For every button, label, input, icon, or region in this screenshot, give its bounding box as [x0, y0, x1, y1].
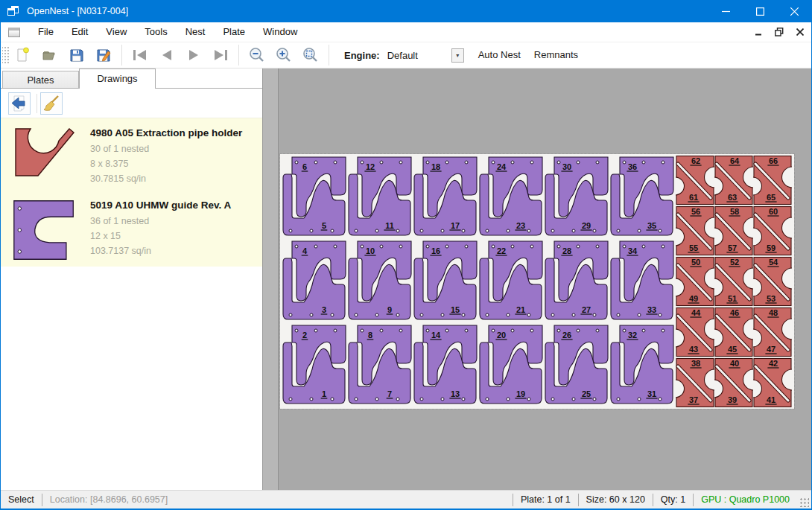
svg-text:62: 62 — [691, 156, 700, 165]
drawing-nested: 36 of 1 nested — [90, 214, 231, 229]
svg-text:64: 64 — [730, 156, 740, 165]
menu-plate[interactable]: Plate — [214, 22, 254, 42]
nested-part-pair[interactable]: 18 17 — [413, 155, 478, 239]
menu-window[interactable]: Window — [254, 22, 306, 42]
status-gpu: GPU : Quadro P1000 — [694, 494, 797, 505]
svg-text:55: 55 — [689, 243, 698, 252]
nested-part-pair[interactable]: 34 33 — [609, 239, 675, 323]
nested-part-pair[interactable]: 14 13 — [413, 323, 478, 407]
nested-part-pair[interactable]: 40 39 — [714, 357, 753, 408]
save-as-button[interactable] — [90, 44, 117, 66]
nested-part-pair[interactable]: 30 29 — [544, 155, 609, 239]
nested-part-pair[interactable]: 52 51 — [714, 256, 753, 307]
nested-part-pair[interactable]: 36 35 — [609, 155, 675, 239]
save-button[interactable] — [63, 44, 90, 66]
drawing-item-red[interactable]: 4980 A05 Extraction pipe holder 30 of 1 … — [1, 118, 262, 191]
mdi-close-icon — [796, 28, 804, 36]
nested-part-pair[interactable]: 62 61 — [676, 155, 714, 205]
nested-part-pair[interactable]: 8 7 — [347, 323, 413, 407]
drawing-size: 8 x 8.375 — [90, 156, 242, 171]
previous-plate-button[interactable] — [153, 44, 180, 66]
drawing-nested: 30 of 1 nested — [90, 141, 242, 156]
svg-text:8: 8 — [368, 331, 372, 340]
resize-grip[interactable] — [799, 497, 809, 507]
mdi-close-button[interactable] — [790, 25, 810, 39]
nested-part-pair[interactable]: 12 11 — [347, 155, 413, 239]
clear-drawings-button[interactable] — [40, 92, 63, 115]
menu-view[interactable]: View — [97, 22, 136, 42]
nested-part-pair[interactable]: 54 53 — [753, 256, 792, 307]
drawing-item-purple[interactable]: 5019 A10 UHMW guide Rev. A 36 of 1 neste… — [1, 191, 262, 267]
nested-part-pair[interactable]: 66 65 — [753, 155, 792, 205]
menu-file[interactable]: File — [29, 22, 63, 42]
menu-tools[interactable]: Tools — [136, 22, 176, 42]
svg-text:34: 34 — [628, 246, 638, 255]
nested-part-pair[interactable]: 46 45 — [714, 307, 753, 357]
nested-part-pair[interactable]: 2 1 — [282, 323, 347, 407]
zoom-extents-button[interactable] — [297, 44, 324, 66]
maximize-button[interactable] — [743, 0, 777, 22]
tab-plates[interactable]: Plates — [2, 71, 79, 89]
tab-drawings[interactable]: Drawings — [79, 68, 156, 89]
nested-part-pair[interactable]: 20 19 — [478, 323, 544, 407]
nested-part-pair[interactable]: 22 21 — [478, 239, 544, 323]
open-file-button[interactable] — [37, 44, 63, 66]
nested-part-pair[interactable]: 10 9 — [347, 239, 413, 323]
svg-text:9: 9 — [387, 305, 392, 314]
plate[interactable]: 6 5 12 11 18 17 — [280, 154, 794, 409]
nested-part-pair[interactable]: 26 25 — [544, 323, 609, 407]
nested-part-pair[interactable]: 4 3 — [282, 239, 347, 323]
last-plate-button[interactable] — [207, 44, 234, 66]
combo-arrow-icon[interactable]: ▾ — [451, 48, 464, 63]
nested-part-pair[interactable]: 24 23 — [478, 155, 544, 239]
zoom-in-button[interactable] — [270, 44, 297, 66]
toolbar-grip[interactable] — [2, 45, 10, 65]
svg-text:23: 23 — [516, 221, 525, 230]
svg-text:27: 27 — [582, 305, 591, 314]
svg-text:18: 18 — [431, 162, 440, 171]
nested-part-pair[interactable]: 48 47 — [753, 307, 792, 357]
nest-canvas[interactable]: 6 5 12 11 18 17 — [263, 68, 811, 490]
svg-text:48: 48 — [769, 308, 778, 317]
nested-part-pair[interactable]: 42 41 — [753, 357, 792, 408]
mdi-restore-button[interactable] — [770, 25, 789, 39]
menu-edit[interactable]: Edit — [63, 22, 97, 42]
nested-part-pair[interactable]: 50 49 — [676, 256, 714, 307]
mdi-minimize-button[interactable] — [749, 25, 768, 39]
zoom-out-button[interactable] — [244, 44, 270, 66]
engine-value[interactable]: Default — [386, 48, 451, 63]
remnants-button[interactable]: Remnants — [527, 45, 585, 66]
app-icon — [7, 6, 19, 16]
svg-text:28: 28 — [562, 246, 571, 255]
menu-nest[interactable]: Nest — [177, 22, 215, 42]
nested-part-pair[interactable]: 58 57 — [714, 205, 753, 256]
nested-part-pair[interactable]: 60 59 — [753, 205, 792, 256]
auto-nest-button[interactable]: Auto Nest — [472, 45, 527, 66]
nested-part-pair[interactable]: 16 15 — [413, 239, 478, 323]
new-file-button[interactable] — [10, 44, 37, 66]
status-location: Location: [84.8696, 60.6957] — [42, 494, 175, 505]
engine-combo[interactable]: Engine: Default ▾ — [344, 48, 464, 63]
nested-part-pair[interactable]: 56 55 — [676, 205, 714, 256]
clear-icon — [42, 94, 61, 113]
title-bar: OpenNest - [N0317-004] — [1, 0, 811, 22]
nested-part-pair[interactable]: 38 37 — [676, 357, 714, 408]
svg-text:44: 44 — [691, 308, 701, 317]
nested-part-pair[interactable]: 64 63 — [714, 155, 753, 205]
open-file-icon — [42, 47, 58, 63]
nested-part-pair[interactable]: 32 31 — [609, 323, 675, 407]
svg-text:52: 52 — [730, 258, 739, 267]
first-plate-button[interactable] — [127, 44, 153, 66]
svg-text:61: 61 — [689, 193, 698, 202]
drawing-area: 103.7137 sq/in — [90, 243, 231, 258]
drawing-list-empty-area[interactable] — [1, 267, 262, 490]
import-drawing-button[interactable] — [8, 92, 31, 115]
minimize-button[interactable] — [708, 0, 743, 22]
nested-part-pair[interactable]: 44 43 — [676, 307, 714, 357]
nested-part-pair[interactable]: 28 27 — [544, 239, 609, 323]
close-button[interactable] — [777, 0, 811, 22]
next-plate-button[interactable] — [180, 44, 207, 66]
document-icon[interactable] — [8, 28, 20, 37]
svg-text:2: 2 — [302, 331, 307, 340]
nested-part-pair[interactable]: 6 5 — [282, 155, 347, 239]
